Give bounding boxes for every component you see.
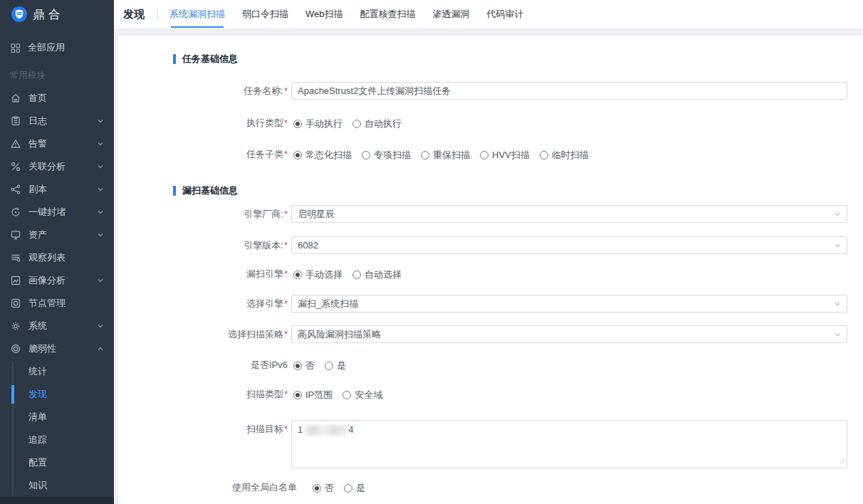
required-asterisk: *	[284, 149, 288, 159]
required-asterisk: *	[284, 85, 288, 96]
form-row-engine-version: 引擎版本:* 6082	[118, 236, 847, 254]
field-label: 扫描目标*	[118, 420, 288, 435]
chevron-down-icon	[97, 209, 104, 216]
section-bar	[173, 54, 176, 64]
radio-manual-exec[interactable]: 手动执行	[293, 117, 342, 130]
radio-icon	[293, 391, 302, 399]
radio-hvv-scan[interactable]: HVV扫描	[480, 149, 530, 162]
form-row-exec-type: 执行类型* 手动执行 自动执行	[118, 117, 847, 130]
sidebar-item-profile-analysis[interactable]: 画像分析	[0, 269, 114, 292]
radio-whitelist-yes[interactable]: 是	[344, 482, 365, 495]
radio-ipv6-no[interactable]: 否	[293, 359, 315, 372]
radio-ip-range[interactable]: IP范围	[293, 389, 333, 401]
radio-icon	[421, 151, 429, 159]
radio-security-zone[interactable]: 安全域	[342, 389, 382, 401]
radio-icon	[325, 362, 333, 370]
form-row-engine-select: 选择引擎* 漏扫_系统扫描	[118, 295, 847, 313]
sidebar-item-system[interactable]: 系统	[0, 315, 114, 337]
radio-icon	[293, 120, 302, 128]
required-asterisk: *	[284, 389, 288, 399]
radio-manual-select[interactable]: 手动选择	[293, 268, 342, 281]
sidebar-item-assets[interactable]: 资产	[0, 224, 114, 246]
sidebar-item-playbook[interactable]: 剧本	[0, 178, 114, 201]
engine-vendor-select[interactable]: 启明星辰	[291, 205, 847, 223]
radio-icon	[480, 151, 488, 159]
sidebar-item-all-apps[interactable]: 全部应用	[0, 38, 114, 57]
radio-auto-exec[interactable]: 自动执行	[352, 117, 402, 130]
radio-icon	[293, 362, 302, 370]
chevron-down-icon	[97, 117, 104, 125]
section-task-basic-info: 任务基础信息	[173, 53, 847, 65]
grid-icon	[10, 43, 21, 53]
chevron-down-icon	[97, 163, 104, 170]
alert-icon	[10, 138, 21, 149]
field-label: 扫描类型*	[118, 388, 288, 400]
submenu-item-statistics[interactable]: 统计	[0, 360, 114, 383]
tab-penetration-vuln[interactable]: 渗透漏洞	[433, 0, 470, 28]
sidebar-item-label: 一键封堵	[28, 206, 66, 219]
profile-icon	[10, 275, 21, 286]
tab-config-check-scan[interactable]: 配置核查扫描	[360, 0, 416, 28]
scan-target-textarea[interactable]: 14	[291, 420, 847, 468]
sidebar: 鼎合 全部应用 常用模块 首页 日志 告警 关联分	[0, 0, 114, 504]
form-panel: 任务基础信息 任务名称:* 执行类型* 手动执行 自动执行	[118, 36, 863, 504]
sidebar-item-watchlist[interactable]: 观察列表	[0, 246, 114, 269]
chevron-down-icon	[834, 300, 841, 308]
tab-code-audit[interactable]: 代码审计	[487, 0, 524, 28]
sidebar-item-vulnerability[interactable]: 脆弱性	[0, 337, 114, 360]
tab-web-scan[interactable]: Web扫描	[305, 0, 343, 28]
sidebar-item-label: 剧本	[28, 183, 47, 196]
sidebar-item-node-management[interactable]: 节点管理	[0, 292, 114, 315]
sidebar-item-logs[interactable]: 日志	[0, 110, 114, 132]
radio-temporary-scan[interactable]: 临时扫描	[540, 149, 589, 162]
required-asterisk: *	[284, 329, 288, 340]
radio-auto-select[interactable]: 自动选择	[352, 268, 402, 281]
content: 任务基础信息 任务名称:* 执行类型* 手动执行 自动执行	[114, 28, 863, 504]
task-name-input[interactable]	[291, 82, 847, 100]
redacted-ip-blur	[303, 425, 347, 436]
engine-select-dropdown[interactable]: 漏扫_系统扫描	[291, 295, 847, 313]
submenu-item-list[interactable]: 清单	[0, 406, 114, 429]
submenu-item-tracking[interactable]: 追踪	[0, 429, 114, 451]
logo-text: 鼎合	[33, 6, 64, 23]
submenu-item-discovery[interactable]: 发现	[0, 383, 114, 406]
radio-normalized-scan[interactable]: 常态化扫描	[293, 149, 352, 162]
main-area: 发现 系统漏洞扫描 弱口令扫描 Web扫描 配置核查扫描 渗透漏洞 代码审计 任…	[114, 0, 863, 504]
sidebar-item-label: 首页	[28, 92, 47, 105]
radio-icon	[362, 151, 370, 159]
sidebar-item-home[interactable]: 首页	[0, 87, 114, 110]
submenu-item-knowledge[interactable]: 知识	[0, 474, 114, 497]
radio-special-scan[interactable]: 专项扫描	[362, 149, 411, 162]
scan-policy-dropdown[interactable]: 高风险漏洞扫描策略	[291, 325, 847, 343]
field-label: 任务名称:*	[118, 82, 288, 97]
form-row-global-whitelist: 使用全局白名单 否 是	[118, 481, 847, 495]
radio-ipv6-yes[interactable]: 是	[325, 359, 346, 372]
resize-handle-icon[interactable]	[839, 456, 845, 466]
system-icon	[10, 320, 21, 332]
vulnerability-submenu: 统计 发现 清单 追踪 配置 知识	[0, 360, 114, 497]
tab-system-vuln-scan[interactable]: 系统漏洞扫描	[169, 0, 225, 28]
sidebar-item-block[interactable]: 一键封堵	[0, 201, 114, 224]
submenu-item-configuration[interactable]: 配置	[0, 451, 114, 474]
radio-key-protection-scan[interactable]: 重保扫描	[421, 149, 470, 162]
shield-logo-icon	[11, 6, 27, 22]
radio-icon	[293, 151, 302, 159]
form-row-task-name: 任务名称:*	[118, 82, 847, 100]
section-scan-basic-info: 漏扫基础信息	[173, 185, 847, 196]
sidebar-item-label: 系统	[28, 320, 47, 332]
sidebar-item-correlation[interactable]: 关联分析	[0, 155, 114, 178]
radio-icon	[293, 271, 302, 279]
tab-weak-password-scan[interactable]: 弱口令扫描	[242, 0, 288, 28]
tab-bar: 发现 系统漏洞扫描 弱口令扫描 Web扫描 配置核查扫描 渗透漏洞 代码审计	[114, 0, 863, 28]
form-row-engine-vendor: 引擎厂商:* 启明星辰	[118, 205, 847, 223]
node-icon	[10, 298, 21, 309]
engine-version-select[interactable]: 6082	[291, 236, 847, 254]
sidebar-item-alerts[interactable]: 告警	[0, 132, 114, 155]
required-asterisk: *	[284, 209, 288, 219]
radio-whitelist-no[interactable]: 否	[313, 482, 334, 495]
field-label: 引擎厂商:*	[118, 205, 288, 220]
radio-icon	[540, 151, 548, 159]
sidebar-item-label: 关联分析	[28, 160, 66, 173]
required-asterisk: *	[284, 424, 288, 434]
radio-icon	[313, 484, 321, 493]
